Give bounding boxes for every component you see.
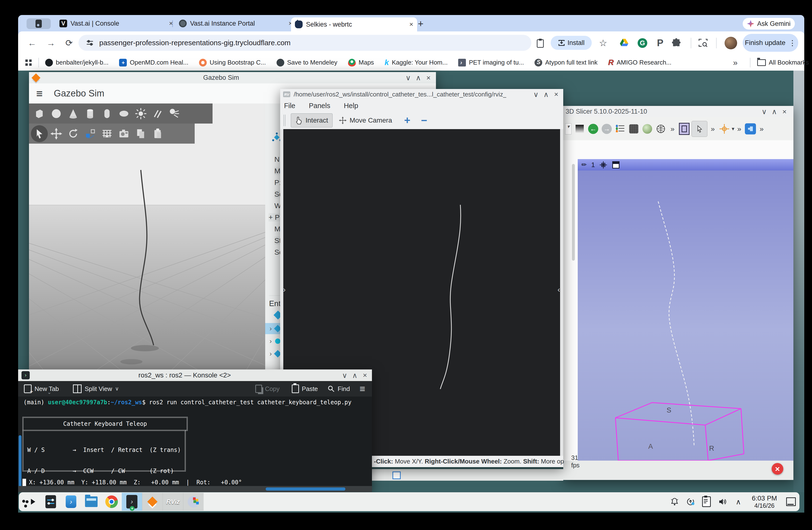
pin-icon[interactable]: ✎: [580, 160, 589, 169]
site-settings-icon[interactable]: [86, 39, 94, 47]
minimize-icon[interactable]: ∨: [531, 90, 541, 99]
show-desktop-button[interactable]: [783, 493, 799, 511]
maximize-icon[interactable]: ∧: [413, 73, 423, 82]
select-tool-icon[interactable]: [31, 125, 48, 142]
profile-avatar[interactable]: [725, 37, 737, 49]
minimize-icon[interactable]: ∨: [339, 371, 350, 380]
module-history-icon[interactable]: [574, 123, 586, 135]
toolbar-overflow-icon[interactable]: »: [759, 125, 764, 133]
menu-panels[interactable]: Panels: [309, 102, 330, 110]
browser-menu-icon[interactable]: ⋮: [789, 39, 796, 47]
rviz-titlebar[interactable]: RV /home/user/ros2_ws/install/control_ca…: [280, 89, 563, 100]
voxel-volume-icon[interactable]: [627, 123, 640, 135]
close-icon[interactable]: ×: [423, 74, 434, 82]
find-button[interactable]: Find: [328, 385, 350, 393]
toolbar-overflow-icon[interactable]: »: [737, 125, 741, 133]
bookmark-item[interactable]: Using Bootstrap C...: [199, 59, 266, 67]
hamburger-menu-icon[interactable]: ≡: [36, 87, 43, 100]
copy-tool-icon[interactable]: [132, 125, 149, 142]
paste-button[interactable]: Paste: [292, 385, 318, 393]
strip-handle[interactable]: [392, 472, 401, 479]
back-icon[interactable]: ←: [28, 38, 37, 48]
clipboard-indicator-icon[interactable]: [536, 38, 545, 48]
module-combo[interactable]: ▾: [564, 123, 572, 135]
slicer-titlebar[interactable]: 3D Slicer 5.10.0-2025-11-10 ∨ ∧ ×: [563, 106, 793, 117]
capsule-shape-icon[interactable]: [99, 105, 115, 122]
konsole-menu-icon[interactable]: ≡: [360, 383, 365, 394]
app-launcher-button[interactable]: [20, 493, 41, 511]
crosshair-dropdown-icon[interactable]: ▾: [731, 126, 734, 132]
minimize-icon[interactable]: ∨: [403, 73, 413, 82]
volume-tray-icon[interactable]: [714, 493, 730, 511]
toolbar-overflow-icon[interactable]: »: [711, 125, 715, 133]
paste-tool-icon[interactable]: [149, 125, 166, 142]
gazebo-titlebar[interactable]: Gazebo Sim ∨ ∧ ×: [29, 72, 436, 83]
sphere-shape-icon[interactable]: [48, 105, 65, 122]
panel-collapse-right-icon[interactable]: ‹: [557, 285, 560, 294]
settings-button[interactable]: [41, 493, 61, 511]
forward-icon[interactable]: →: [47, 38, 55, 48]
terminal-area[interactable]: (main) user@40ec97997a7b:~/ros2_ws$ ros2…: [18, 396, 372, 486]
crosshair-tool-icon[interactable]: [718, 123, 730, 135]
tab-selkies-active[interactable]: Selkies - webrtc ×: [291, 17, 417, 31]
directional-light-icon[interactable]: [149, 105, 166, 122]
box-shape-icon[interactable]: [31, 105, 48, 122]
toolbar-handle[interactable]: [284, 115, 286, 126]
chrome-button[interactable]: [101, 493, 122, 511]
new-tab-button[interactable]: + New Tab ⌄: [24, 385, 66, 393]
new-tab-button[interactable]: +: [418, 18, 423, 29]
url-text[interactable]: passenger-profession-representations-gig…: [99, 39, 291, 47]
panel-scrollbar[interactable]: [572, 164, 575, 261]
view-layout-icon[interactable]: [612, 161, 620, 168]
konsole-task-button[interactable]: ›+: [122, 493, 142, 511]
maximize-icon[interactable]: ∧: [541, 90, 551, 99]
bookmark-item[interactable]: S Atypon full text link: [535, 59, 597, 67]
bookmarks-overflow-icon[interactable]: »: [733, 58, 738, 67]
move-camera-tool-button[interactable]: Move Camera: [339, 116, 392, 124]
p-extension-icon[interactable]: P: [657, 38, 664, 48]
cylinder-shape-icon[interactable]: [82, 105, 99, 122]
extensions-manager-icon[interactable]: [744, 123, 757, 135]
cone-shape-icon[interactable]: [65, 105, 82, 122]
updates-tray-icon[interactable]: [683, 493, 698, 511]
tab-vast-portal[interactable]: Vast.ai Instance Portal ×: [175, 18, 296, 29]
bookmark-item[interactable]: Maps: [348, 59, 374, 67]
drive-extension-icon[interactable]: [620, 39, 629, 47]
bookmark-item[interactable]: Save to Mendeley: [277, 59, 337, 67]
rotate-tool-icon[interactable]: [65, 125, 82, 142]
clock[interactable]: 6:03 PM 4/16/26: [746, 494, 783, 509]
expander-icon[interactable]: ›: [270, 325, 272, 333]
menu-file[interactable]: File: [284, 102, 295, 110]
url-bar[interactable]: passenger-profession-representations-gig…: [78, 35, 531, 51]
apps-grid-icon[interactable]: [25, 59, 32, 66]
maximize-icon[interactable]: ∧: [769, 107, 779, 116]
split-view-button[interactable]: Split View ∨: [73, 385, 119, 393]
copy-button[interactable]: Copy: [255, 385, 282, 393]
finish-update-button[interactable]: Finish update ⋮: [743, 34, 798, 52]
reload-icon[interactable]: ⟳: [66, 38, 73, 48]
files-button[interactable]: [81, 493, 101, 511]
bookmark-item[interactable]: k Kaggle: Your Hom...: [385, 58, 448, 67]
screen-search-icon[interactable]: [698, 38, 708, 48]
screenshot-tool-icon[interactable]: [115, 125, 132, 142]
expander-icon[interactable]: ›: [270, 350, 272, 358]
notification-close-button[interactable]: ×: [772, 463, 783, 475]
bookmark-star-icon[interactable]: ☆: [599, 38, 607, 48]
snap-tool-icon[interactable]: [82, 125, 99, 142]
notifications-tray-icon[interactable]: [667, 493, 683, 511]
new-tab-dropdown-icon[interactable]: ⌄: [47, 389, 52, 395]
close-icon[interactable]: ×: [360, 371, 370, 379]
grid-tool-icon[interactable]: [99, 125, 115, 142]
tab-vast-console[interactable]: V Vast.ai | Console ×: [56, 18, 177, 29]
tab-close-icon[interactable]: ×: [409, 20, 413, 28]
spot-light-icon[interactable]: [166, 105, 183, 122]
back-icon[interactable]: ←: [587, 123, 599, 135]
right-panel-strip[interactable]: [560, 129, 563, 456]
translate-tool-icon[interactable]: [48, 125, 65, 142]
zoom-in-icon[interactable]: +: [404, 114, 410, 126]
clipboard-tray-icon[interactable]: [698, 493, 714, 511]
slicer-3d-view[interactable]: S A R: [578, 170, 793, 461]
maximize-icon[interactable]: ∧: [350, 371, 360, 380]
menu-help[interactable]: Help: [344, 102, 358, 110]
gazebo-viewport[interactable]: ›: [29, 103, 265, 370]
